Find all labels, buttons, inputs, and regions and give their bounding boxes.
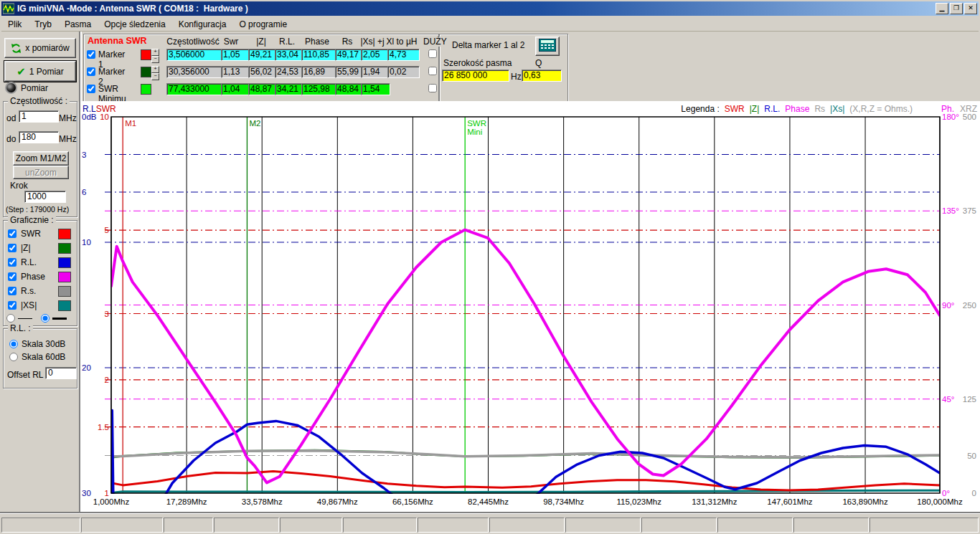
duzy-checkbox[interactable] — [428, 67, 437, 75]
duzy-checkbox[interactable] — [428, 49, 437, 58]
menu-item-konfiguracja[interactable]: Konfiguracja — [172, 19, 233, 29]
graph-series-label: |XS| — [21, 300, 37, 310]
marker-value-field: 1,94 — [361, 66, 390, 78]
single-measure-label: 1 Pomiar — [29, 67, 64, 77]
do-label: do — [6, 134, 16, 144]
x-tick-label: 49,867Mhz — [317, 497, 358, 506]
graph-series-swatch — [58, 272, 71, 282]
calculator-button[interactable] — [535, 37, 560, 56]
krok-input[interactable] — [24, 191, 66, 203]
curve-swr — [111, 472, 940, 490]
marker-frequency-field[interactable]: 77,433000 — [166, 83, 224, 95]
zoom-m1m2-button[interactable]: Zoom M1/M2 — [13, 151, 69, 166]
marker-spinner[interactable]: +− — [151, 49, 159, 63]
swr-chart: 1,000Mhz17,289Mhz33,578Mhz49,867Mhz66,15… — [80, 101, 980, 512]
refresh-icon — [11, 43, 22, 54]
graph-series-label: |Z| — [21, 243, 31, 253]
phase-tick-label: 45° — [942, 395, 954, 404]
menu-item-tryb[interactable]: Tryb — [28, 19, 58, 29]
rl-scale-radio[interactable] — [9, 353, 18, 361]
frequency-group-title: Częstotliwość : — [8, 96, 70, 106]
marker-spinner[interactable]: +− — [151, 66, 159, 80]
marker-row-checkbox[interactable] — [87, 67, 95, 76]
restore-icon[interactable]: ❐ — [950, 3, 963, 14]
marker-value-field: 1,54 — [361, 83, 390, 95]
swr-tick-label: 5 — [105, 226, 109, 234]
line-thick-radio[interactable] — [41, 314, 50, 323]
app-window: { "window": { "title": "IG miniVNA -Mode… — [0, 0, 980, 534]
multi-measure-button[interactable]: x pomiarów — [4, 38, 76, 58]
curve-phase — [111, 230, 940, 483]
status-panel — [489, 518, 565, 533]
delta-title: Delta marker 1 al 2 — [452, 40, 524, 50]
marker-line-label: Mini — [467, 128, 482, 136]
menu-item-opcjeledzenia[interactable]: Opcje śledzenia — [98, 19, 171, 29]
status-panel — [343, 518, 417, 533]
freq-from-input[interactable] — [19, 110, 59, 123]
marker-value-field: 48,87 — [248, 83, 278, 95]
menu-item-oprogramie[interactable]: O programie — [232, 19, 293, 29]
graph-series-checkbox[interactable] — [8, 287, 17, 295]
rl-tick-label: 6 — [82, 188, 86, 196]
marker-value-field: 16,89 — [301, 66, 337, 78]
graph-series-checkbox[interactable] — [8, 272, 17, 281]
duzy-checkbox[interactable] — [428, 84, 437, 92]
status-panel — [870, 518, 979, 533]
status-panel — [1, 518, 80, 533]
spinner-up-icon[interactable]: + — [151, 49, 159, 56]
x-tick-label: 33,578Mhz — [242, 497, 283, 506]
swr-tick-label: 1.5 — [98, 423, 109, 432]
marker-line-label: M1 — [125, 119, 136, 128]
xrz-tick-label: 375 — [963, 206, 976, 215]
minimize-icon[interactable]: ▁ — [936, 3, 948, 14]
rl-scale-radio[interactable] — [9, 340, 18, 348]
graph-series-checkbox[interactable] — [8, 244, 17, 252]
x-tick-label: 1,000Mhz — [93, 497, 130, 506]
marker-row-checkbox[interactable] — [87, 50, 95, 59]
rl-scale-option: Skala 30dB — [9, 338, 65, 351]
graph-series-label: Phase — [21, 272, 45, 282]
marker-value-field: 34,21 — [275, 83, 304, 95]
menu-item-pasma[interactable]: Pasma — [58, 19, 98, 29]
chart-area: R.LSWR Legenda : SWR|Z|R.L.PhaseRs|Xs|(X… — [80, 101, 980, 512]
freq-to-input[interactable] — [19, 131, 59, 143]
status-panel — [214, 518, 279, 533]
xrz-tick-label: 500 — [963, 113, 976, 121]
marker-value-field: 110,85 — [301, 49, 337, 61]
graph-group-title: Graficznie : — [8, 215, 56, 225]
marker-color-swatch — [141, 67, 151, 77]
rl-tick-label: 30 — [82, 489, 91, 497]
graph-series-row: |XS| — [4, 298, 77, 313]
spinner-down-icon[interactable]: − — [151, 56, 159, 63]
spinner-down-icon[interactable]: − — [151, 73, 159, 80]
graph-series-checkbox[interactable] — [8, 301, 17, 310]
od-label: od — [6, 113, 16, 123]
xrz-tick-label: 250 — [963, 301, 976, 310]
title-bar: IG miniVNA -Mode : Antenna SWR ( COM18 :… — [1, 1, 979, 16]
graph-series-row: Phase — [4, 270, 77, 284]
graph-series-checkbox[interactable] — [8, 258, 17, 267]
graph-series-checkbox[interactable] — [8, 229, 17, 238]
marker-value-field: 4,73 — [387, 49, 420, 61]
measure-led-icon — [5, 82, 17, 94]
marker-value-field: 49,17 — [335, 49, 364, 61]
offset-rl-input[interactable] — [45, 367, 77, 379]
single-measure-button[interactable]: ✔ 1 Pomiar — [4, 61, 76, 82]
rl-scale-option-label: Skala 60dB — [22, 352, 65, 362]
status-bar — [0, 513, 980, 534]
menu-item-plik[interactable]: Plik — [1, 19, 28, 29]
xrz-tick-label: 0 — [972, 489, 976, 497]
close-icon[interactable]: ✕ — [964, 3, 977, 14]
marker-row-checkbox[interactable] — [87, 85, 95, 93]
offset-rl-label: Offset RL — [7, 370, 43, 380]
graph-series-row: R.L. — [4, 255, 77, 270]
marker-frequency-field[interactable]: 3,506000 — [166, 49, 224, 61]
marker-frequency-field[interactable]: 30,356000 — [166, 66, 224, 78]
xrz-tick-label: 125 — [963, 395, 976, 404]
marker-value-field: 125,98 — [301, 83, 337, 95]
graph-series-swatch — [58, 229, 71, 239]
spinner-up-icon[interactable]: + — [151, 66, 159, 73]
status-panel — [641, 518, 717, 533]
graph-group: Graficznie : SWR|Z|R.L.PhaseR.s.|XS| — [3, 220, 77, 326]
line-thin-radio[interactable] — [6, 314, 15, 323]
